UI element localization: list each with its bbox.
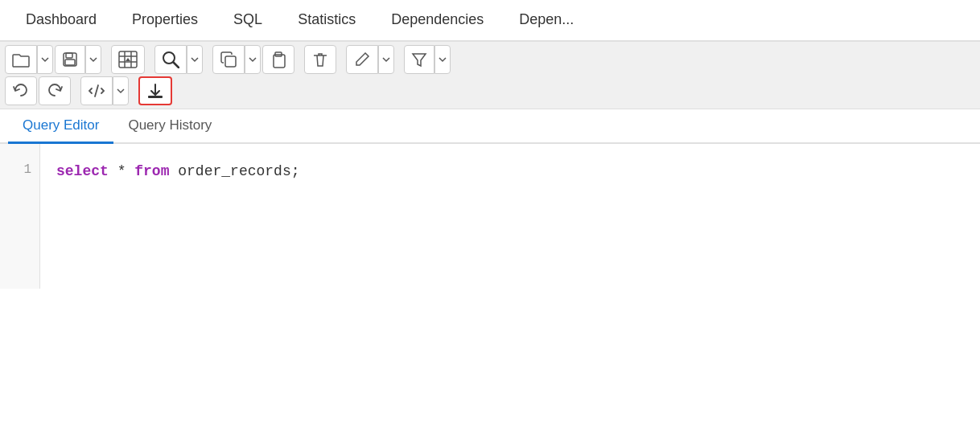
macros-dropdown[interactable] <box>113 76 129 105</box>
edit-dropdown[interactable] <box>378 45 394 74</box>
svg-line-9 <box>174 63 179 68</box>
code-content[interactable]: select * from order_records; <box>40 144 316 289</box>
copy-group <box>212 45 261 74</box>
tab-depen[interactable]: Depen... <box>501 0 591 42</box>
undo-button[interactable] <box>5 76 37 105</box>
svg-rect-2 <box>65 59 75 65</box>
redo-button[interactable] <box>39 76 71 105</box>
keyword-select: select <box>56 163 109 179</box>
svg-marker-13 <box>413 54 426 66</box>
table-import-button[interactable] <box>111 45 145 74</box>
tab-statistics[interactable]: Statistics <box>280 0 373 42</box>
tab-properties[interactable]: Properties <box>114 0 216 42</box>
save-dropdown[interactable] <box>85 45 101 74</box>
line-number-1: 1 <box>8 158 31 182</box>
svg-line-14 <box>95 85 98 96</box>
toolbar-row-1 <box>5 45 975 74</box>
line-numbers: 1 <box>0 144 40 289</box>
search-group <box>154 45 203 74</box>
top-nav-tabs: Dashboard Properties SQL Statistics Depe… <box>0 0 980 42</box>
filter-dropdown[interactable] <box>434 45 451 74</box>
open-group <box>5 45 53 74</box>
svg-rect-15 <box>148 96 163 98</box>
copy-button[interactable] <box>212 45 245 74</box>
paste-button[interactable] <box>262 45 294 74</box>
query-tabs: Query Editor Query History <box>0 109 980 144</box>
svg-rect-10 <box>225 56 236 67</box>
delete-button[interactable] <box>304 45 336 74</box>
open-dropdown[interactable] <box>37 45 53 74</box>
macros-button[interactable] <box>80 76 113 105</box>
tab-dashboard[interactable]: Dashboard <box>8 0 114 42</box>
editor-area: 1 select * from order_records; <box>0 144 980 289</box>
filter-button[interactable] <box>404 45 434 74</box>
tab-query-history[interactable]: Query History <box>113 109 226 144</box>
open-button[interactable] <box>5 45 37 74</box>
filter-group <box>404 45 451 74</box>
save-group <box>55 45 101 74</box>
operator-star: * <box>117 163 135 179</box>
keyword-from: from <box>134 163 169 179</box>
tab-dependencies[interactable]: Dependencies <box>373 0 501 42</box>
table-name: order_records; <box>178 163 299 179</box>
save-button[interactable] <box>55 45 85 74</box>
download-button[interactable] <box>138 76 172 105</box>
toolbar <box>0 42 980 109</box>
copy-dropdown[interactable] <box>245 45 261 74</box>
edit-button[interactable] <box>346 45 378 74</box>
tab-query-editor[interactable]: Query Editor <box>8 109 113 144</box>
tab-sql[interactable]: SQL <box>216 0 280 42</box>
macros-group <box>80 76 129 105</box>
svg-rect-1 <box>66 53 72 58</box>
toolbar-row-2 <box>5 76 975 105</box>
edit-group <box>346 45 394 74</box>
search-dropdown[interactable] <box>187 45 203 74</box>
search-button[interactable] <box>154 45 187 74</box>
